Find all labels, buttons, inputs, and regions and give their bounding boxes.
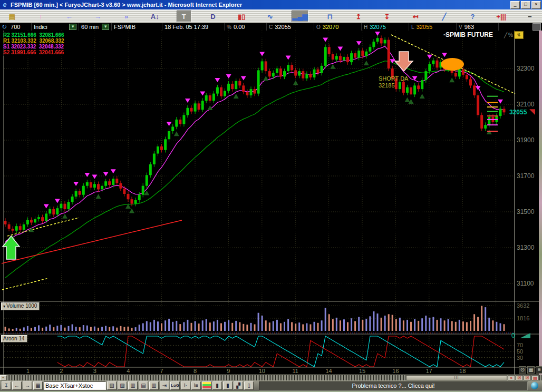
open-value: O32070 xyxy=(314,23,362,31)
bar-view-icon[interactable]: ▂▄▆ xyxy=(292,11,308,22)
stamp-icon[interactable]: ▦ xyxy=(527,366,535,374)
spiral-tool-icon[interactable]: ↯ xyxy=(514,31,524,39)
zoom-bars-icon[interactable]: +||| xyxy=(495,11,508,22)
svg-text:11: 11 xyxy=(292,368,298,374)
broken-image-icon-2[interactable]: ☒ xyxy=(524,375,531,380)
svg-text:-SPMIB FUTURE: -SPMIB FUTURE xyxy=(443,31,493,38)
svg-text:16: 16 xyxy=(392,368,399,374)
svg-text:7: 7 xyxy=(160,368,163,374)
svg-text:32100: 32100 xyxy=(517,101,535,108)
info-list-icon[interactable]: i≡ xyxy=(191,381,201,390)
timeframe-select[interactable]: 60 min▼ xyxy=(79,23,112,31)
main-toolbar: ▤↑←→»A↕TD▮▯∿▂▄▆⊓↥↧↤╱?+|||− xyxy=(0,9,542,23)
line-view-icon[interactable]: ∿ xyxy=(263,11,277,22)
price-chart[interactable]: 3230032100319003170031500313003110036321… xyxy=(0,31,539,375)
pen-tool-icon[interactable]: ╱ xyxy=(437,11,451,22)
close-button[interactable]: × xyxy=(531,1,541,9)
high-value: H32075 xyxy=(362,23,409,31)
pivot-s2: S2 31991.666 32041.666 xyxy=(3,50,64,55)
popout-icon[interactable] xyxy=(533,23,541,31)
volume-value: V963 xyxy=(457,23,499,31)
scrollbar-thumb[interactable]: III xyxy=(406,375,507,380)
layers-icon[interactable] xyxy=(202,381,211,390)
panel-toggle-2[interactable]: ▮ xyxy=(223,381,233,390)
chart-option-icons: ▧▨▥▤▥⇥LoGi·i≡▮▮▞▯ xyxy=(107,381,254,390)
market-select-dropdown-icon[interactable]: ▼ xyxy=(69,24,76,30)
scroll-left-button[interactable]: « xyxy=(0,375,7,380)
quote-fields: 700Indici▼60 min▼FSPMIB18 Feb. 05 17:39%… xyxy=(8,23,533,31)
marker-high-icon[interactable]: ↥ xyxy=(352,11,365,22)
draw-tools-icon[interactable]: D xyxy=(206,11,220,22)
panel-toggle-1[interactable]: ▮ xyxy=(212,381,222,390)
chart-area: 3230032100319003170031500313003110036321… xyxy=(0,31,542,375)
svg-text:31700: 31700 xyxy=(517,172,535,180)
svg-text:8: 8 xyxy=(193,368,197,374)
next-template-icon[interactable]: → xyxy=(23,381,32,390)
titlebar: e FSPMIB [60 min.] < FuryoJChart-3 v3.60… xyxy=(0,0,542,9)
upload-icon[interactable]: ↑ xyxy=(34,11,47,22)
open-chart-icon[interactable]: ▤ xyxy=(5,11,19,22)
candlestick-view-icon[interactable]: ▮▯ xyxy=(235,11,248,22)
fast-forward-icon[interactable]: » xyxy=(120,11,133,22)
scroll-right-button[interactable]: » xyxy=(508,375,515,380)
broken-image-icon-1[interactable]: ☒ xyxy=(516,375,523,380)
svg-text:9: 9 xyxy=(227,368,230,374)
grid-rows-icon[interactable]: ▤ xyxy=(139,381,148,390)
svg-text:0: 0 xyxy=(511,332,515,339)
close-value: C32055 xyxy=(267,23,314,31)
scroll-left-icon[interactable]: ← xyxy=(62,11,76,22)
print-page-icon[interactable]: ▤ xyxy=(531,375,539,380)
pivot-s1: S1 32023.332 32048.332 xyxy=(3,44,64,50)
grid-icon[interactable]: ▦ xyxy=(33,381,43,390)
chart-scrollbar[interactable]: « III »☒☒▤ xyxy=(0,375,542,380)
template-nav-icons: ↧←→▦ xyxy=(2,381,43,390)
scroll-right-icon[interactable]: → xyxy=(91,11,104,22)
marker-low-icon[interactable]: ↧ xyxy=(380,11,394,22)
svg-text:32185: 32185 xyxy=(379,82,395,89)
aroon-label: Aroon 14 xyxy=(3,336,25,341)
svg-text:SHORT DA: SHORT DA xyxy=(379,75,409,82)
refresh-icon[interactable]: ↻ xyxy=(0,23,8,31)
pivot-r2: R2 32151.666 32081.666 xyxy=(3,32,64,38)
svg-text:31300: 31300 xyxy=(517,244,535,251)
status-banner[interactable]: Problema tecnico ?... Clicca qui! xyxy=(259,381,528,390)
pivot-levels-box: R2 32151.666 32081.666R1 32103.332 32068… xyxy=(2,32,65,56)
restore-button[interactable]: □ xyxy=(521,1,530,9)
bar-count: 700 xyxy=(8,23,32,31)
grid-cols-icon[interactable]: ▥ xyxy=(149,381,159,390)
svg-text:31500: 31500 xyxy=(517,208,535,215)
market-select[interactable]: Indici▼ xyxy=(32,23,79,31)
volume-label: Volume 1000 xyxy=(6,303,37,309)
trendline-tool-icon[interactable]: ╱ xyxy=(504,32,507,38)
step-view-icon[interactable]: ⊓ xyxy=(323,11,337,22)
template-name-input[interactable] xyxy=(44,381,106,390)
help-icon[interactable]: ? xyxy=(466,11,479,22)
timeframe-select-dropdown-icon[interactable]: ▼ xyxy=(102,24,109,30)
prev-template-icon[interactable]: ← xyxy=(12,381,22,390)
panel-toggle-3[interactable]: ▞ xyxy=(234,381,243,390)
marker-left-icon[interactable]: ↤ xyxy=(409,11,422,22)
volume-panel-tag[interactable]: ▾Volume 1000 xyxy=(1,302,40,310)
sphere-icon[interactable] xyxy=(531,382,538,389)
svg-text:15: 15 xyxy=(359,368,365,374)
menu-icon[interactable]: ≡ xyxy=(536,366,542,374)
text-tool-icon[interactable]: T xyxy=(177,11,191,22)
crosshair-icon[interactable]: ⇥ xyxy=(160,381,169,390)
ie-logo-icon: e xyxy=(1,1,8,8)
indicator-wizard-icon[interactable]: ▧ xyxy=(107,381,117,390)
log-scale-icon[interactable]: LoG xyxy=(170,381,180,390)
minimize-button[interactable]: _ xyxy=(510,1,520,9)
aroon-panel-tag[interactable]: Aroon 14 xyxy=(1,335,27,342)
collapse-icon[interactable]: − xyxy=(523,11,537,22)
panel-toggle-4[interactable]: ▯ xyxy=(244,381,254,390)
snapshot-icon[interactable]: ▨ xyxy=(118,381,127,390)
save-template-icon[interactable]: ↧ xyxy=(2,381,11,390)
svg-text:32300: 32300 xyxy=(517,65,535,72)
percent-tool-icon[interactable]: % xyxy=(508,32,513,38)
info-symbol-icon[interactable]: i· xyxy=(181,381,190,390)
print-chart-icon[interactable]: ▥ xyxy=(128,381,138,390)
window-title: FSPMIB [60 min.] < FuryoJChart-3 v3.60 >… xyxy=(11,2,509,8)
collapse-triangle-icon: ▾ xyxy=(3,304,5,309)
magnifier-icon[interactable]: ⊙ xyxy=(519,366,526,374)
autoscale-icon[interactable]: A↕ xyxy=(148,11,162,22)
